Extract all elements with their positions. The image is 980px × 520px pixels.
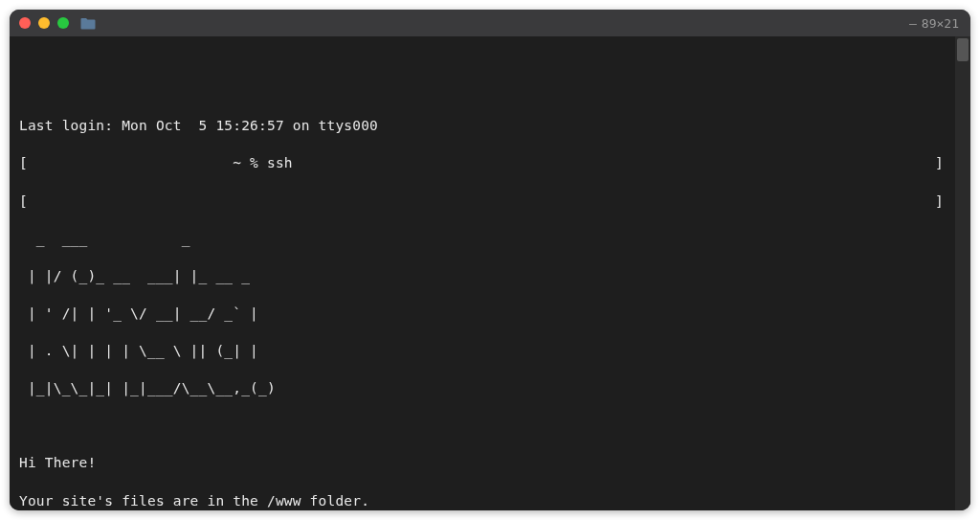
ascii-art-line: | . \| | | | \__ \ || (_| |: [19, 342, 961, 361]
folder-icon: [80, 17, 96, 30]
terminal-content: Last login: Mon Oct 5 15:26:57 on ttys00…: [19, 99, 961, 510]
close-button[interactable]: [19, 17, 31, 29]
maximize-button[interactable]: [57, 17, 69, 29]
cmd-right: ]: [935, 154, 961, 173]
terminal-body[interactable]: Last login: Mon Oct 5 15:26:57 on ttys00…: [10, 36, 970, 510]
terminal-window: — 89×21 Last login: Mon Oct 5 15:26:57 o…: [10, 10, 970, 510]
ascii-art-line: |_|\_\_|_| |_|___/\__\__,_(_): [19, 379, 961, 398]
ascii-art-line: _ ___ _: [19, 230, 961, 249]
window-dimensions: — 89×21: [909, 16, 959, 31]
blank-line: [19, 417, 961, 436]
dimensions-text: 89×21: [922, 16, 959, 31]
greeting: Hi There!: [19, 454, 961, 473]
scrollbar-thumb[interactable]: [957, 38, 969, 61]
last-login-local: Last login: Mon Oct 5 15:26:57 on ttys00…: [19, 117, 961, 136]
dash: —: [909, 16, 916, 31]
cmd-line-1: [ ~ % ssh ]: [19, 154, 961, 173]
cmd-left: [ ~ % ssh: [19, 155, 301, 170]
cmd-line-2: []: [19, 192, 961, 212]
minimize-button[interactable]: [38, 17, 50, 29]
ascii-art-line: | ' /| | '_ \/ __| __/ _` |: [19, 305, 961, 324]
cmd-right: ]: [935, 192, 961, 212]
titlebar: — 89×21: [10, 10, 970, 36]
msg-files: Your site's files are in the /www folder…: [19, 492, 961, 511]
traffic-lights: [19, 17, 69, 29]
cmd-left: [: [19, 193, 28, 209]
ascii-art-line: | |/ (_)_ __ ___| |_ __ _: [19, 267, 961, 286]
